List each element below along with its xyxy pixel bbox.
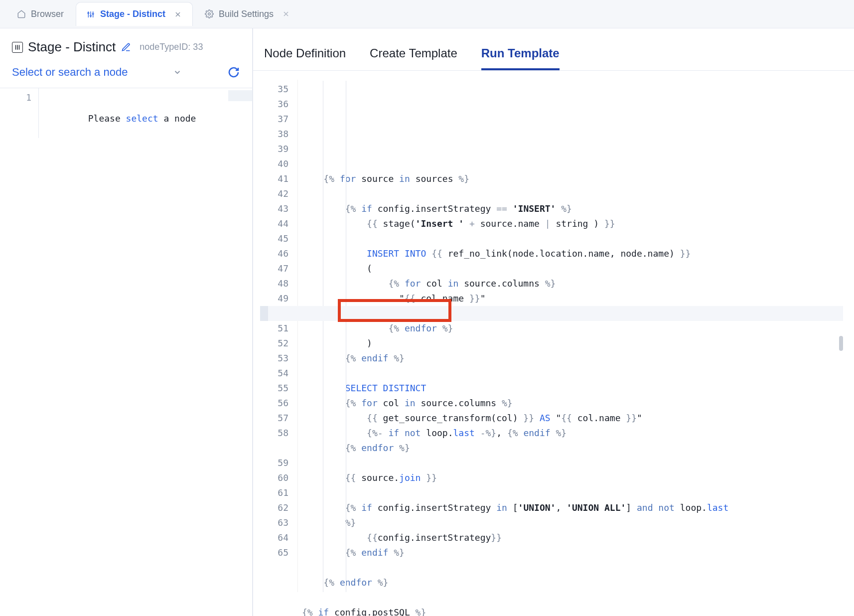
line-number <box>264 441 297 456</box>
code-line[interactable]: INSERT INTO {{ ref_no_link(node.location… <box>302 246 843 261</box>
tab-build-label: Build Settings <box>219 9 274 19</box>
code-line[interactable]: ) <box>302 336 843 351</box>
code-line[interactable] <box>302 590 843 605</box>
sidebar: Stage - Distinct nodeTypeID: 33 Select o… <box>0 28 253 616</box>
tab-stage-label: Stage - Distinct <box>100 9 165 19</box>
line-number: 46 <box>264 246 297 261</box>
line-number: 42 <box>264 186 297 201</box>
mini-line-number: 1 <box>0 92 31 103</box>
code-line[interactable]: SELECT DISTINCT <box>302 381 843 396</box>
svg-point-3 <box>88 12 89 14</box>
scrollbar-thumb[interactable] <box>839 336 843 351</box>
line-number: 54 <box>264 366 297 381</box>
line-number: 51 <box>264 321 297 336</box>
line-number: 43 <box>264 201 297 216</box>
content-tabs: Node Definition Create Template Run Temp… <box>253 28 854 71</box>
line-number: 53 <box>264 351 297 366</box>
code-line[interactable]: ( <box>302 261 843 276</box>
line-number: 60 <box>264 470 297 485</box>
line-number: 56 <box>264 396 297 411</box>
line-number: 61 <box>264 485 297 500</box>
gear-icon <box>205 9 214 18</box>
tab-browser-label: Browser <box>31 9 64 19</box>
edit-icon[interactable] <box>121 42 132 53</box>
node-selector-row: Select or search a node <box>0 59 252 88</box>
code-line[interactable]: {% for col in source.columns %} <box>302 396 843 411</box>
sliders-icon <box>12 42 23 53</box>
tab-run-template[interactable]: Run Template <box>481 46 560 70</box>
line-number: 35 <box>264 82 297 97</box>
tab-build-settings[interactable]: Build Settings <box>195 2 300 26</box>
line-number: 64 <box>264 530 297 545</box>
code-line[interactable]: {% if config.postSQL %} <box>302 605 843 616</box>
code-line[interactable]: %} <box>302 515 843 530</box>
mini-editor[interactable]: 1 Please select a node <box>0 88 252 138</box>
code-line[interactable]: {% for source in sources %} <box>302 171 843 186</box>
page-title: Stage - Distinct <box>28 39 116 55</box>
tab-node-definition[interactable]: Node Definition <box>264 46 346 70</box>
line-number: 49 <box>264 291 297 306</box>
code-line[interactable]: {%- if not loop.last -%}, {% endif %} <box>302 426 843 441</box>
sliders-icon <box>86 10 95 19</box>
line-number: 37 <box>264 112 297 127</box>
home-icon <box>17 9 26 18</box>
line-number: 39 <box>264 142 297 156</box>
code-line[interactable]: {{ source.join }} <box>302 470 843 485</box>
tab-create-template[interactable]: Create Template <box>370 46 457 70</box>
main-area: Stage - Distinct nodeTypeID: 33 Select o… <box>0 28 854 616</box>
code-line[interactable] <box>302 485 843 500</box>
code-line[interactable] <box>302 456 843 470</box>
code-line[interactable]: {% if config.insertStrategy == 'INSERT' … <box>302 201 843 216</box>
svg-point-4 <box>90 15 92 16</box>
line-number: 52 <box>264 336 297 351</box>
code-line[interactable]: {{ stage('Insert ' + source.name | strin… <box>302 216 843 231</box>
line-number: 57 <box>264 411 297 426</box>
line-number: 38 <box>264 127 297 142</box>
code-line[interactable]: {{config.insertStrategy}} <box>302 530 843 545</box>
content-area: Node Definition Create Template Run Temp… <box>253 28 854 616</box>
refresh-icon[interactable] <box>227 66 240 79</box>
tab-bar: Browser Stage - Distinct Build Settings <box>0 0 854 28</box>
node-selector[interactable]: Select or search a node <box>12 66 128 79</box>
code-line[interactable]: {% if config.insertStrategy in ['UNION',… <box>302 500 843 515</box>
code-line[interactable]: {% endif %} <box>302 351 843 366</box>
line-number: 47 <box>264 261 297 276</box>
line-number: 65 <box>264 545 297 560</box>
line-number: 59 <box>264 456 297 470</box>
code-line[interactable]: {{ get_source_transform(col) }} AS "{{ c… <box>302 411 843 426</box>
line-number: 36 <box>264 97 297 112</box>
chevron-down-icon[interactable] <box>172 67 182 77</box>
code-line[interactable]: {% endfor %} <box>302 321 843 336</box>
tab-browser[interactable]: Browser <box>7 2 74 26</box>
code-line[interactable]: {% endfor %} <box>302 575 843 590</box>
code-line[interactable] <box>302 560 843 575</box>
mini-code-selection <box>228 90 252 101</box>
line-number: 48 <box>264 276 297 291</box>
code-line[interactable]: {% endif %} <box>302 545 843 560</box>
editor-code[interactable]: {% for source in sources %} {% if config… <box>298 80 843 592</box>
close-icon[interactable] <box>282 9 290 18</box>
close-icon[interactable] <box>173 10 182 19</box>
code-line[interactable] <box>302 186 843 201</box>
line-number: 58 <box>264 426 297 441</box>
mini-code[interactable]: Please select a node <box>39 88 252 138</box>
editor-gutter: 3536373839404142434445464748495051525354… <box>264 80 298 592</box>
line-number: 40 <box>264 156 297 171</box>
code-line[interactable] <box>302 231 843 246</box>
tab-stage-distinct[interactable]: Stage - Distinct <box>76 2 193 26</box>
code-editor[interactable]: 3536373839404142434445464748495051525354… <box>264 80 843 592</box>
line-number: 41 <box>264 171 297 186</box>
code-line[interactable] <box>302 366 843 381</box>
code-line[interactable] <box>302 156 843 171</box>
page-header: Stage - Distinct nodeTypeID: 33 <box>0 28 252 59</box>
highlight-annotation <box>338 299 451 322</box>
code-line[interactable]: {% for col in source.columns %} <box>302 276 843 291</box>
code-line[interactable]: {% endfor %} <box>302 441 843 456</box>
node-selector-label: Select or search a node <box>12 66 128 79</box>
svg-point-8 <box>208 13 211 15</box>
line-number: 63 <box>264 515 297 530</box>
node-type-id: nodeTypeID: 33 <box>140 42 203 52</box>
line-number: 62 <box>264 500 297 515</box>
mini-gutter: 1 <box>0 88 39 138</box>
line-number: 45 <box>264 231 297 246</box>
